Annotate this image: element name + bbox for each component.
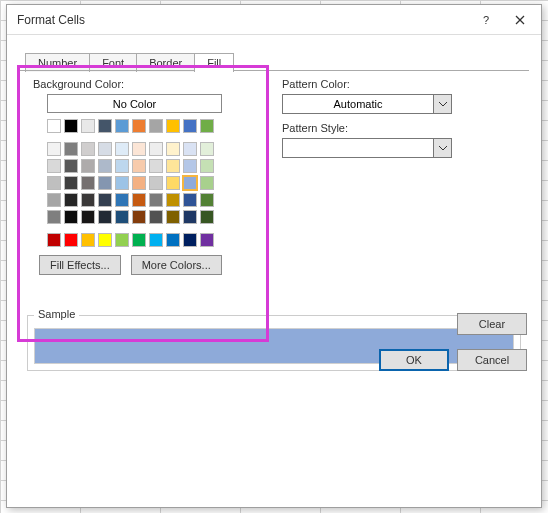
color-swatch[interactable] bbox=[81, 210, 95, 224]
color-swatch[interactable] bbox=[183, 193, 197, 207]
close-icon bbox=[515, 15, 525, 25]
tab-fill[interactable]: Fill bbox=[194, 53, 234, 72]
basic-color-row bbox=[47, 119, 258, 133]
color-swatch[interactable] bbox=[98, 210, 112, 224]
color-swatch[interactable] bbox=[149, 119, 163, 133]
color-swatch[interactable] bbox=[64, 176, 78, 190]
help-button[interactable]: ? bbox=[469, 9, 503, 31]
fill-effects-button[interactable]: Fill Effects... bbox=[39, 255, 121, 275]
color-swatch[interactable] bbox=[149, 159, 163, 173]
color-swatch[interactable] bbox=[132, 176, 146, 190]
color-swatch[interactable] bbox=[132, 233, 146, 247]
color-swatch[interactable] bbox=[183, 176, 197, 190]
color-swatch[interactable] bbox=[166, 193, 180, 207]
color-swatch[interactable] bbox=[149, 233, 163, 247]
ok-button[interactable]: OK bbox=[379, 349, 449, 371]
color-swatch[interactable] bbox=[98, 233, 112, 247]
color-swatch[interactable] bbox=[115, 159, 129, 173]
color-swatch[interactable] bbox=[200, 176, 214, 190]
color-swatch[interactable] bbox=[81, 159, 95, 173]
color-swatch[interactable] bbox=[81, 119, 95, 133]
color-swatch[interactable] bbox=[200, 210, 214, 224]
color-swatch[interactable] bbox=[47, 119, 61, 133]
color-swatch[interactable] bbox=[166, 233, 180, 247]
more-colors-button[interactable]: More Colors... bbox=[131, 255, 222, 275]
color-swatch[interactable] bbox=[47, 233, 61, 247]
tab-strip: NumberFontBorderFill bbox=[25, 49, 529, 71]
help-icon: ? bbox=[483, 14, 489, 26]
color-swatch[interactable] bbox=[47, 176, 61, 190]
color-swatch[interactable] bbox=[64, 210, 78, 224]
dialog-title: Format Cells bbox=[17, 13, 469, 27]
color-swatch[interactable] bbox=[183, 210, 197, 224]
color-swatch[interactable] bbox=[47, 159, 61, 173]
color-swatch[interactable] bbox=[98, 159, 112, 173]
color-swatch[interactable] bbox=[200, 233, 214, 247]
color-swatch[interactable] bbox=[98, 119, 112, 133]
background-color-label: Background Color: bbox=[33, 78, 258, 90]
color-swatch[interactable] bbox=[47, 142, 61, 156]
standard-color-row bbox=[47, 233, 258, 247]
color-swatch[interactable] bbox=[98, 193, 112, 207]
color-swatch[interactable] bbox=[81, 233, 95, 247]
color-swatch[interactable] bbox=[132, 119, 146, 133]
pattern-color-label: Pattern Color: bbox=[282, 78, 517, 90]
color-swatch[interactable] bbox=[149, 142, 163, 156]
close-button[interactable] bbox=[503, 9, 537, 31]
color-swatch[interactable] bbox=[166, 210, 180, 224]
color-swatch[interactable] bbox=[132, 142, 146, 156]
pattern-style-combo[interactable] bbox=[282, 138, 452, 158]
color-swatch[interactable] bbox=[64, 233, 78, 247]
color-swatch[interactable] bbox=[166, 176, 180, 190]
color-swatch[interactable] bbox=[183, 119, 197, 133]
no-color-button[interactable]: No Color bbox=[47, 94, 222, 113]
color-swatch[interactable] bbox=[115, 193, 129, 207]
color-swatch[interactable] bbox=[64, 142, 78, 156]
color-swatch[interactable] bbox=[115, 233, 129, 247]
color-swatch[interactable] bbox=[115, 210, 129, 224]
chevron-down-icon bbox=[433, 95, 451, 113]
color-swatch[interactable] bbox=[149, 176, 163, 190]
color-swatch[interactable] bbox=[98, 176, 112, 190]
format-cells-dialog: Format Cells ? NumberFontBorderFill Back… bbox=[6, 4, 542, 508]
cancel-button[interactable]: Cancel bbox=[457, 349, 527, 371]
color-swatch[interactable] bbox=[115, 142, 129, 156]
color-swatch[interactable] bbox=[149, 210, 163, 224]
color-swatch[interactable] bbox=[166, 142, 180, 156]
color-swatch[interactable] bbox=[115, 176, 129, 190]
color-swatch[interactable] bbox=[132, 159, 146, 173]
chevron-down-icon bbox=[433, 139, 451, 157]
color-swatch[interactable] bbox=[64, 119, 78, 133]
color-swatch[interactable] bbox=[132, 193, 146, 207]
color-swatch[interactable] bbox=[47, 193, 61, 207]
color-swatch[interactable] bbox=[81, 176, 95, 190]
clear-button[interactable]: Clear bbox=[457, 313, 527, 335]
color-swatch[interactable] bbox=[183, 142, 197, 156]
color-swatch[interactable] bbox=[81, 142, 95, 156]
color-swatch[interactable] bbox=[200, 142, 214, 156]
pattern-style-label: Pattern Style: bbox=[282, 122, 517, 134]
color-swatch[interactable] bbox=[64, 193, 78, 207]
color-swatch[interactable] bbox=[166, 119, 180, 133]
color-swatch[interactable] bbox=[47, 210, 61, 224]
color-swatch[interactable] bbox=[166, 159, 180, 173]
color-swatch[interactable] bbox=[132, 210, 146, 224]
color-swatch[interactable] bbox=[183, 233, 197, 247]
color-swatch[interactable] bbox=[200, 159, 214, 173]
titlebar: Format Cells ? bbox=[7, 5, 541, 35]
color-swatch[interactable] bbox=[200, 193, 214, 207]
color-swatch[interactable] bbox=[81, 193, 95, 207]
color-swatch[interactable] bbox=[149, 193, 163, 207]
color-swatch[interactable] bbox=[183, 159, 197, 173]
color-swatch[interactable] bbox=[200, 119, 214, 133]
theme-color-grid bbox=[47, 142, 258, 224]
color-swatch[interactable] bbox=[115, 119, 129, 133]
pattern-color-combo[interactable]: Automatic bbox=[282, 94, 452, 114]
sample-label: Sample bbox=[34, 308, 79, 320]
color-swatch[interactable] bbox=[98, 142, 112, 156]
color-swatch[interactable] bbox=[64, 159, 78, 173]
